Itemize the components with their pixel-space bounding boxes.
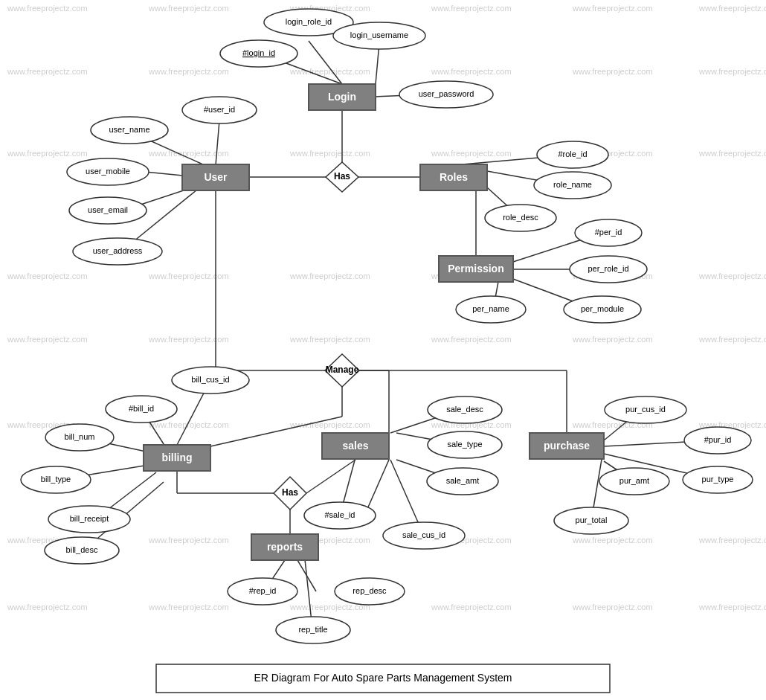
svg-text:www.freeprojectz.com: www.freeprojectz.com — [7, 149, 88, 158]
rep-desc-text: rep_desc — [353, 586, 387, 595]
svg-text:www.freeprojectz.com: www.freeprojectz.com — [289, 420, 370, 429]
svg-text:www.freeprojectz.com: www.freeprojectz.com — [572, 536, 653, 545]
svg-text:www.freeprojectz.com: www.freeprojectz.com — [7, 335, 88, 344]
sale-id-text: #sale_id — [325, 510, 355, 519]
svg-text:www.freeprojectz.com: www.freeprojectz.com — [148, 4, 229, 13]
sale-amt-text: sale_amt — [446, 476, 480, 485]
pur-cus-id-text: pur_cus_id — [625, 405, 666, 414]
billing-label: billing — [161, 452, 192, 463]
rep-title-text: rep_title — [298, 625, 327, 634]
reports-label: reports — [267, 541, 303, 553]
sale-cus-id-text: sale_cus_id — [402, 530, 445, 539]
pur-id-text: #pur_id — [704, 435, 732, 444]
svg-text:www.freeprojectz.com: www.freeprojectz.com — [7, 67, 88, 76]
svg-text:www.freeprojectz.com: www.freeprojectz.com — [148, 603, 229, 611]
user-id-text: #user_id — [204, 105, 235, 114]
sales-label: sales — [342, 440, 368, 452]
svg-text:www.freeprojectz.com: www.freeprojectz.com — [148, 335, 229, 344]
role-id-text: #role_id — [558, 150, 587, 158]
user-password-text: user_password — [419, 89, 474, 98]
bill-type-text: bill_type — [41, 475, 71, 484]
svg-text:www.freeprojectz.com: www.freeprojectz.com — [148, 67, 229, 76]
user-mobile-text: user_mobile — [86, 167, 130, 176]
user-email-text: user_email — [88, 205, 128, 214]
rep-id-text: #rep_id — [249, 586, 277, 595]
svg-text:www.freeprojectz.com: www.freeprojectz.com — [698, 603, 766, 611]
role-name-text: role_name — [553, 180, 592, 189]
svg-text:www.freeprojectz.com: www.freeprojectz.com — [698, 536, 766, 545]
permission-label: Permission — [448, 263, 503, 274]
pur-type-text: pur_type — [702, 475, 734, 484]
per-module-text: per_module — [581, 304, 624, 313]
svg-text:www.freeprojectz.com: www.freeprojectz.com — [431, 4, 512, 13]
svg-text:www.freeprojectz.com: www.freeprojectz.com — [572, 4, 653, 13]
per-id-text: #per_id — [595, 228, 622, 237]
svg-text:www.freeprojectz.com: www.freeprojectz.com — [289, 335, 370, 344]
svg-text:www.freeprojectz.com: www.freeprojectz.com — [698, 149, 766, 158]
svg-text:www.freeprojectz.com: www.freeprojectz.com — [148, 272, 229, 280]
svg-text:www.freeprojectz.com: www.freeprojectz.com — [698, 4, 766, 13]
svg-text:www.freeprojectz.com: www.freeprojectz.com — [698, 272, 766, 280]
caption-text: ER Diagram For Auto Spare Parts Manageme… — [254, 672, 512, 684]
svg-text:www.freeprojectz.com: www.freeprojectz.com — [7, 4, 88, 13]
sale-type-text: sale_type — [447, 440, 482, 449]
svg-text:www.freeprojectz.com: www.freeprojectz.com — [572, 335, 653, 344]
er-diagram: www.freeprojectz.com www.freeprojectz.co… — [0, 0, 766, 700]
bill-desc-text: bill_desc — [66, 545, 98, 554]
login-username-text: login_username — [350, 30, 408, 39]
svg-line-55 — [216, 121, 219, 165]
per-name-text: per_name — [472, 304, 509, 313]
login-id-text: #login_id — [242, 48, 275, 57]
pur-amt-text: pur_amt — [619, 476, 649, 485]
bill-id-text: #bill_id — [129, 404, 154, 413]
sale-desc-text: sale_desc — [446, 405, 483, 414]
svg-text:www.freeprojectz.com: www.freeprojectz.com — [289, 272, 370, 280]
svg-text:www.freeprojectz.com: www.freeprojectz.com — [698, 335, 766, 344]
svg-text:www.freeprojectz.com: www.freeprojectz.com — [431, 603, 512, 611]
svg-text:www.freeprojectz.com: www.freeprojectz.com — [572, 67, 653, 76]
bill-num-text: bill_num — [65, 432, 95, 441]
svg-text:www.freeprojectz.com: www.freeprojectz.com — [7, 603, 88, 611]
pur-total-text: pur_total — [576, 516, 608, 524]
svg-text:www.freeprojectz.com: www.freeprojectz.com — [431, 335, 512, 344]
purchase-label: purchase — [544, 440, 590, 452]
has2-diamond-label: Has — [282, 487, 298, 498]
user-address-text: user_address — [93, 246, 143, 255]
manage-diamond-label: Manage — [326, 365, 359, 375]
user-name-text: user_name — [109, 125, 149, 134]
svg-text:www.freeprojectz.com: www.freeprojectz.com — [572, 603, 653, 611]
svg-line-84 — [306, 460, 355, 493]
svg-text:www.freeprojectz.com: www.freeprojectz.com — [431, 149, 512, 158]
role-desc-text: role_desc — [503, 213, 538, 222]
has-diamond-label: Has — [334, 171, 350, 182]
svg-text:www.freeprojectz.com: www.freeprojectz.com — [7, 272, 88, 280]
bill-receipt-text: bill_receipt — [70, 514, 109, 523]
user-label: User — [204, 171, 228, 183]
login-role-id-text: login_role_id — [286, 17, 332, 26]
bill-cus-id-text: bill_cus_id — [191, 375, 229, 384]
login-label: Login — [328, 91, 356, 103]
svg-text:www.freeprojectz.com: www.freeprojectz.com — [431, 67, 512, 76]
svg-text:www.freeprojectz.com: www.freeprojectz.com — [698, 67, 766, 76]
roles-label: Roles — [440, 171, 468, 183]
svg-text:www.freeprojectz.com: www.freeprojectz.com — [148, 536, 229, 545]
svg-text:www.freeprojectz.com: www.freeprojectz.com — [289, 149, 370, 158]
per-role-id-text: per_role_id — [588, 264, 628, 273]
